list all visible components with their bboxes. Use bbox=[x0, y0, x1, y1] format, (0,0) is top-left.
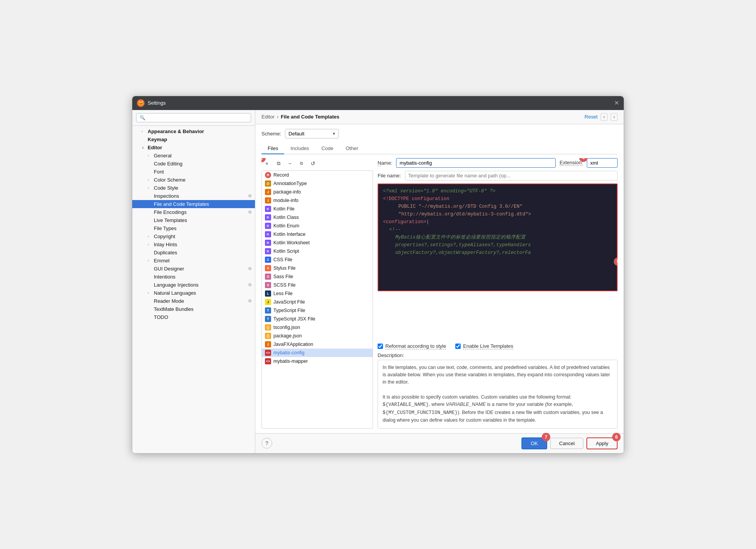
sidebar-item-intentions[interactable]: Intentions bbox=[132, 273, 255, 281]
sidebar-item-keymap[interactable]: Keymap bbox=[132, 135, 255, 144]
sidebar-item-label: Live Templates bbox=[154, 217, 187, 223]
file-name: Kotlin Class bbox=[273, 215, 299, 220]
sidebar-item-label: File and Code Templates bbox=[154, 201, 209, 207]
filename-label: File name: bbox=[378, 173, 401, 179]
list-item[interactable]: SSCSS File bbox=[262, 281, 373, 289]
bottom-bar: ? 7 OK Cancel 6 Apply bbox=[255, 433, 624, 453]
sidebar-item-file-types[interactable]: File Types bbox=[132, 224, 255, 232]
sidebar-item-general[interactable]: › General bbox=[132, 152, 255, 160]
expand-arrow: ∨ bbox=[142, 145, 146, 150]
list-item[interactable]: {}package.json bbox=[262, 332, 373, 340]
list-item[interactable]: KKotlin File bbox=[262, 205, 373, 213]
list-item[interactable]: KKotlin Class bbox=[262, 213, 373, 222]
sidebar-item-reader-mode[interactable]: Reader Mode ⚙ bbox=[132, 297, 255, 305]
list-item[interactable]: KKotlin Interface bbox=[262, 230, 373, 239]
sidebar-item-live-templates[interactable]: Live Templates bbox=[132, 216, 255, 224]
tab-files[interactable]: Files bbox=[261, 143, 284, 154]
list-item[interactable]: TTypeScript File bbox=[262, 306, 373, 315]
tab-code[interactable]: Code bbox=[315, 143, 340, 154]
sidebar-item-emmet[interactable]: › Emmet bbox=[132, 257, 255, 265]
name-input[interactable] bbox=[396, 158, 556, 168]
file-name: Kotlin File bbox=[273, 206, 295, 212]
forward-button[interactable]: › bbox=[611, 113, 618, 121]
live-templates-checkbox[interactable] bbox=[455, 344, 461, 349]
gear-icon: ⚙ bbox=[248, 266, 252, 271]
list-item[interactable]: KKotlin Worksheet bbox=[262, 239, 373, 247]
list-item[interactable]: <>mybatis-mapper bbox=[262, 357, 373, 365]
close-button[interactable]: ✕ bbox=[614, 99, 619, 107]
sidebar-item-file-encodings[interactable]: File Encodings ⚙ bbox=[132, 208, 255, 216]
list-item[interactable]: <>mybatis-config bbox=[262, 349, 373, 357]
list-item[interactable]: Jpackage-info bbox=[262, 188, 373, 196]
file-type-icon: J bbox=[265, 189, 271, 195]
list-item[interactable]: KKotlin Script bbox=[262, 247, 373, 255]
file-name: package.json bbox=[273, 333, 302, 339]
badge-6: 6 bbox=[612, 433, 621, 441]
list-item[interactable]: SStylus File bbox=[262, 264, 373, 272]
duplicate-template-button[interactable]: ⧉ bbox=[296, 158, 307, 169]
list-item[interactable]: TTypeScript JSX File bbox=[262, 315, 373, 323]
reformat-checkbox-label[interactable]: Reformat according to style bbox=[378, 343, 446, 349]
reset-link[interactable]: Reset bbox=[584, 114, 598, 120]
back-button[interactable]: ‹ bbox=[601, 113, 608, 121]
sidebar-item-appearance[interactable]: › Appearance & Behavior bbox=[132, 127, 255, 135]
sidebar-item-code-style[interactable]: › Code Style bbox=[132, 184, 255, 192]
list-item[interactable]: JJavaScript File bbox=[262, 298, 373, 306]
sidebar-item-inlay-hints[interactable]: › Inlay Hints bbox=[132, 240, 255, 249]
file-list: RRecord@AnnotationTypeJpackage-infoJmodu… bbox=[261, 170, 373, 429]
sidebar-item-natural-languages[interactable]: › Natural Languages bbox=[132, 289, 255, 297]
file-type-icon: J bbox=[265, 197, 271, 204]
tab-includes[interactable]: Includes bbox=[284, 143, 315, 154]
file-list-panel: 2 + ⧉ − ⧉ bbox=[261, 158, 373, 429]
code-line-2: <!DOCTYPE configuration bbox=[383, 195, 612, 203]
file-type-icon: K bbox=[265, 231, 271, 237]
sidebar-item-todo[interactable]: TODO bbox=[132, 313, 255, 321]
copy-template-button[interactable]: ⧉ bbox=[273, 158, 284, 169]
scheme-select[interactable]: Default Project bbox=[285, 129, 339, 139]
list-item[interactable]: JJavaFXApplication bbox=[262, 340, 373, 349]
list-item[interactable]: Jmodule-info bbox=[262, 196, 373, 205]
file-name: Less File bbox=[273, 291, 293, 296]
sidebar-item-file-code-templates[interactable]: File and Code Templates bbox=[132, 200, 255, 208]
file-name: Record bbox=[273, 172, 289, 178]
list-item[interactable]: {}tsconfig.json bbox=[262, 323, 373, 332]
code-editor[interactable]: <?xml version="1.0" encoding="UTF-8" ?> … bbox=[378, 184, 618, 291]
sidebar-item-label: Intentions bbox=[154, 274, 175, 280]
sidebar-item-code-editing[interactable]: Code Editing bbox=[132, 160, 255, 168]
reset-template-button[interactable]: ↺ bbox=[308, 158, 318, 169]
list-item[interactable]: KKotlin Enum bbox=[262, 222, 373, 230]
reformat-checkbox[interactable] bbox=[378, 344, 383, 349]
list-item[interactable]: CCSS File bbox=[262, 255, 373, 264]
sidebar-item-editor[interactable]: ∨ Editor bbox=[132, 144, 255, 152]
remove-template-button[interactable]: − bbox=[285, 158, 295, 169]
filename-input[interactable] bbox=[405, 171, 618, 180]
sidebar-item-language-injections[interactable]: Language Injections ⚙ bbox=[132, 281, 255, 289]
tab-other[interactable]: Other bbox=[340, 143, 365, 154]
file-name: CSS File bbox=[273, 257, 292, 262]
cancel-button[interactable]: Cancel bbox=[550, 438, 583, 449]
sidebar-item-gui-designer[interactable]: GUI Designer ⚙ bbox=[132, 265, 255, 273]
gear-icon: ⚙ bbox=[248, 299, 252, 304]
live-templates-checkbox-label[interactable]: Enable Live Templates bbox=[455, 343, 513, 349]
sidebar-item-inspections[interactable]: Inspections ⚙ bbox=[132, 192, 255, 200]
help-button[interactable]: ? bbox=[261, 438, 272, 449]
sidebar-item-textmate-bundles[interactable]: TextMate Bundles bbox=[132, 305, 255, 313]
sidebar-item-label: Font bbox=[154, 169, 164, 175]
sidebar: › Appearance & Behavior Keymap ∨ Editor … bbox=[132, 110, 255, 453]
code-line-1: <?xml version="1.0" encoding="UTF-8" ?> bbox=[383, 187, 612, 195]
sidebar-item-duplicates[interactable]: Duplicates bbox=[132, 249, 255, 257]
live-templates-label: Enable Live Templates bbox=[463, 343, 513, 349]
ext-input[interactable] bbox=[587, 158, 618, 168]
list-item[interactable]: LLess File bbox=[262, 289, 373, 298]
list-item[interactable]: RRecord bbox=[262, 171, 373, 179]
sidebar-item-color-scheme[interactable]: › Color Scheme bbox=[132, 176, 255, 184]
file-type-icon: S bbox=[265, 282, 271, 288]
list-item[interactable]: @AnnotationType bbox=[262, 179, 373, 188]
bottom-left: ? bbox=[261, 438, 518, 449]
list-item[interactable]: SSass File bbox=[262, 272, 373, 281]
sidebar-item-font[interactable]: Font bbox=[132, 168, 255, 176]
content-area: › Appearance & Behavior Keymap ∨ Editor … bbox=[132, 110, 624, 453]
gear-icon: ⚙ bbox=[248, 210, 252, 215]
search-input[interactable] bbox=[136, 113, 251, 122]
sidebar-item-copyright[interactable]: › Copyright bbox=[132, 232, 255, 240]
